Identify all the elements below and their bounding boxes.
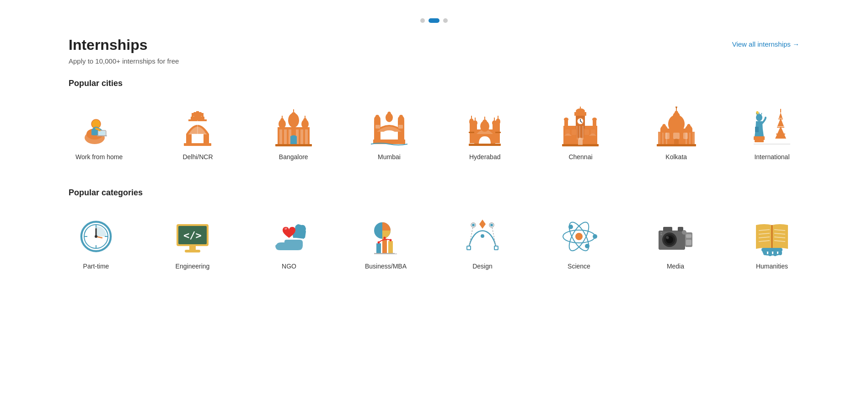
svg-point-94 <box>662 124 666 129</box>
svg-rect-178 <box>686 240 691 245</box>
svg-point-59 <box>482 119 487 125</box>
svg-point-52 <box>473 120 477 126</box>
svg-rect-18 <box>279 129 282 145</box>
science-icon <box>558 216 600 257</box>
category-item-part-time[interactable]: Part-time <box>69 211 123 274</box>
category-item-humanities[interactable]: Humanities <box>745 211 799 274</box>
svg-line-119 <box>761 113 762 115</box>
svg-rect-78 <box>582 126 584 140</box>
svg-point-38 <box>387 112 391 116</box>
svg-rect-120 <box>755 127 759 132</box>
svg-rect-22 <box>300 129 303 145</box>
svg-rect-180 <box>660 232 662 233</box>
dot-3[interactable] <box>443 18 448 23</box>
mumbai-icon <box>369 107 410 148</box>
category-label-business: Business/MBA <box>365 263 407 270</box>
svg-point-67 <box>576 108 585 114</box>
engineering-icon: </> <box>172 216 213 257</box>
category-label-humanities: Humanities <box>756 263 788 270</box>
svg-point-148 <box>384 237 386 239</box>
svg-rect-4 <box>97 135 107 136</box>
svg-point-159 <box>490 224 493 226</box>
category-item-science[interactable]: Science <box>552 211 606 274</box>
popular-cities-section: Popular cities <box>69 79 799 165</box>
city-label-hyderabad: Hyderabad <box>469 153 501 161</box>
svg-rect-6 <box>186 134 192 144</box>
business-icon <box>365 216 406 257</box>
city-item-mumbai[interactable]: Mumbai <box>362 102 417 165</box>
svg-rect-192 <box>763 251 767 255</box>
category-label-ngo: NGO <box>282 263 296 270</box>
category-item-engineering[interactable]: </> Engineering <box>165 211 220 274</box>
svg-rect-145 <box>388 241 393 253</box>
city-item-international[interactable]: International <box>745 102 799 165</box>
category-item-business[interactable]: Business/MBA <box>358 211 413 274</box>
svg-rect-103 <box>689 133 691 145</box>
city-label-delhi: Delhi/NCR <box>182 153 213 161</box>
city-item-chennai[interactable]: Chennai <box>553 102 608 165</box>
city-item-delhi[interactable]: Delhi/NCR <box>170 102 225 165</box>
city-item-work-from-home[interactable]: Work from home <box>69 102 129 165</box>
svg-rect-79 <box>563 129 577 145</box>
page-title: Internships <box>69 37 179 54</box>
view-all-link[interactable]: View all internships → <box>732 40 799 48</box>
city-item-kolkata[interactable]: Kolkata <box>649 102 704 165</box>
svg-point-85 <box>592 118 597 121</box>
city-item-hyderabad[interactable]: Hyderabad <box>457 102 512 165</box>
city-label-kolkata: Kolkata <box>665 153 687 161</box>
svg-point-106 <box>675 107 677 108</box>
svg-rect-143 <box>376 243 381 253</box>
section-header-left: Internships Apply to 10,000+ internships… <box>69 37 179 79</box>
svg-rect-63 <box>495 132 501 133</box>
category-label-media: Media <box>667 263 684 270</box>
chennai-icon <box>560 107 601 148</box>
svg-rect-61 <box>469 144 501 146</box>
category-item-ngo[interactable]: NGO <box>262 211 316 274</box>
kolkata-icon <box>656 107 697 148</box>
svg-point-147 <box>378 242 380 244</box>
part-time-icon <box>75 216 117 257</box>
svg-point-165 <box>568 225 573 229</box>
city-label-work-from-home: Work from home <box>75 153 123 161</box>
svg-rect-77 <box>579 126 580 140</box>
svg-marker-108 <box>779 113 782 118</box>
category-label-engineering: Engineering <box>176 263 210 270</box>
svg-rect-100 <box>662 133 664 145</box>
svg-rect-33 <box>275 144 312 146</box>
popular-cities-title: Popular cities <box>69 79 799 88</box>
svg-point-116 <box>756 114 762 121</box>
svg-rect-5 <box>99 131 105 135</box>
svg-text:</>: </> <box>183 230 202 241</box>
svg-rect-153 <box>494 246 498 250</box>
svg-rect-139 <box>185 250 200 252</box>
svg-rect-174 <box>678 227 683 231</box>
svg-point-166 <box>585 244 589 248</box>
svg-point-91 <box>675 111 678 115</box>
city-label-mumbai: Mumbai <box>378 153 401 161</box>
category-item-media[interactable]: Media <box>648 211 703 274</box>
dot-2[interactable] <box>429 18 439 23</box>
svg-rect-181 <box>660 234 662 235</box>
svg-rect-193 <box>768 251 772 256</box>
hyderabad-icon <box>464 107 505 148</box>
svg-rect-62 <box>469 132 474 133</box>
dot-1[interactable] <box>420 18 425 23</box>
svg-rect-121 <box>754 136 765 140</box>
category-item-design[interactable]: Design <box>455 211 510 274</box>
svg-rect-13 <box>202 113 204 118</box>
svg-rect-80 <box>584 129 597 145</box>
svg-rect-7 <box>204 134 209 144</box>
svg-rect-19 <box>284 129 287 145</box>
category-label-design: Design <box>472 263 493 270</box>
svg-rect-43 <box>375 125 380 129</box>
svg-rect-152 <box>467 246 471 250</box>
svg-rect-99 <box>673 133 680 139</box>
city-item-bangalore[interactable]: Bangalore <box>266 102 321 165</box>
svg-rect-101 <box>666 133 667 145</box>
svg-point-28 <box>280 118 284 123</box>
humanities-icon <box>751 216 793 257</box>
svg-rect-14 <box>184 143 211 146</box>
svg-rect-173 <box>663 227 672 231</box>
delhi-icon <box>177 107 218 148</box>
svg-rect-44 <box>398 125 403 129</box>
